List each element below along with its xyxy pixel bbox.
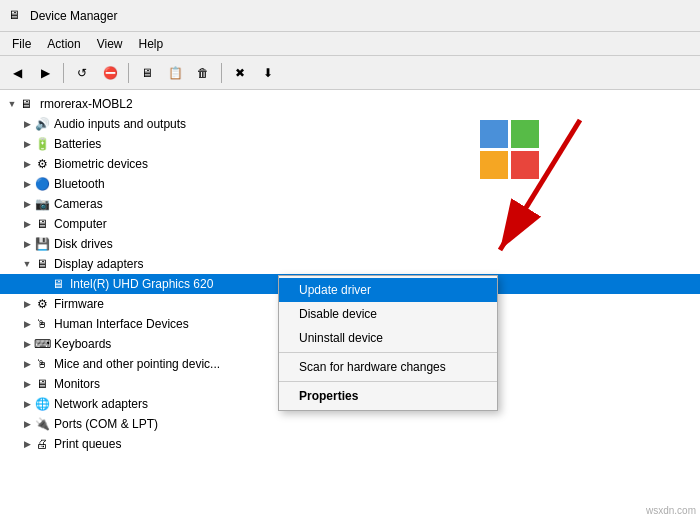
tree-item-label: Biometric devices [54, 157, 148, 171]
tree-item[interactable]: ▶🖨Print queues [0, 434, 700, 454]
tree-toggle[interactable]: ▶ [20, 179, 34, 189]
toolbar-separator [63, 63, 64, 83]
tree-item-icon: 🖥 [50, 277, 66, 291]
tree-item[interactable]: ▶📷Cameras [0, 194, 700, 214]
tree-item-label: Firmware [54, 297, 104, 311]
tree-item[interactable]: ▼🖥Display adapters [0, 254, 700, 274]
toolbar-btn-forward[interactable]: ▶ [32, 60, 58, 86]
menu-item-view[interactable]: View [89, 35, 131, 53]
tree-item-icon: 🌐 [34, 397, 50, 411]
tree-item-root[interactable]: ▼🖥rmorerax-MOBL2 [0, 94, 700, 114]
tree-item-icon: 🖥 [34, 217, 50, 231]
tree-toggle[interactable]: ▶ [20, 379, 34, 389]
tree-item-label: Bluetooth [54, 177, 105, 191]
tree-item-label: Monitors [54, 377, 100, 391]
context-menu-item-disable-device[interactable]: Disable device [279, 302, 497, 326]
tree-item-icon: 🔌 [34, 417, 50, 431]
tree-item-label: Disk drives [54, 237, 113, 251]
toolbar: ◀▶↺⛔🖥📋🗑✖⬇ [0, 56, 700, 90]
toolbar-btn-properties[interactable]: 📋 [162, 60, 188, 86]
tree-item-icon: 💾 [34, 237, 50, 251]
tree-toggle[interactable]: ▶ [20, 159, 34, 169]
context-menu-separator [279, 381, 497, 382]
tree-item-label: Keyboards [54, 337, 111, 351]
window-title: Device Manager [30, 9, 117, 23]
toolbar-separator [128, 63, 129, 83]
context-menu-item-uninstall-device[interactable]: Uninstall device [279, 326, 497, 350]
context-menu-item-update-driver[interactable]: Update driver [279, 278, 497, 302]
toolbar-separator [221, 63, 222, 83]
tree-item-label: Print queues [54, 437, 121, 451]
menu-item-file[interactable]: File [4, 35, 39, 53]
context-menu-separator [279, 352, 497, 353]
tree-toggle[interactable]: ▶ [20, 319, 34, 329]
tree-item-label: Ports (COM & LPT) [54, 417, 158, 431]
tree-item[interactable]: ▶🔌Ports (COM & LPT) [0, 414, 700, 434]
tree-item-icon: 🖱 [34, 357, 50, 371]
tree-toggle[interactable]: ▶ [20, 119, 34, 129]
toolbar-btn-delete-red[interactable]: ✖ [227, 60, 253, 86]
tree-item-label: Display adapters [54, 257, 143, 271]
toolbar-btn-uninstall[interactable]: 🗑 [190, 60, 216, 86]
tree-toggle[interactable]: ▶ [20, 439, 34, 449]
tree-toggle[interactable]: ▶ [20, 219, 34, 229]
tree-item-icon: ⚙ [34, 297, 50, 311]
tree-toggle[interactable]: ▶ [20, 199, 34, 209]
tree-toggle[interactable]: ▼ [20, 259, 34, 269]
tree-item-label: Computer [54, 217, 107, 231]
win-logo-bl [480, 151, 508, 179]
tree-item[interactable]: ▶⚙Biometric devices [0, 154, 700, 174]
tree-item-icon: ⚙ [34, 157, 50, 171]
tree-item[interactable]: ▶🔋Batteries [0, 134, 700, 154]
tree-item-icon: 🖥 [34, 377, 50, 391]
tree-item-label: Batteries [54, 137, 101, 151]
tree-item-label: Mice and other pointing devic... [54, 357, 220, 371]
tree-item[interactable]: ▶🔵Bluetooth [0, 174, 700, 194]
tree-item-icon: 🖱 [34, 317, 50, 331]
tree-item-icon: 🔵 [34, 177, 50, 191]
title-bar: 🖥 Device Manager [0, 0, 700, 32]
menu-item-action[interactable]: Action [39, 35, 88, 53]
tree-item-icon: 📷 [34, 197, 50, 211]
context-menu-item-scan-for-hardware-changes[interactable]: Scan for hardware changes [279, 355, 497, 379]
context-menu: Update driverDisable deviceUninstall dev… [278, 275, 498, 411]
toolbar-btn-back[interactable]: ◀ [4, 60, 30, 86]
tree-item-label: Network adapters [54, 397, 148, 411]
tree-item-label: Audio inputs and outputs [54, 117, 186, 131]
tree-item-label: Human Interface Devices [54, 317, 189, 331]
tree-item[interactable]: ▶🔊Audio inputs and outputs [0, 114, 700, 134]
tree-toggle[interactable]: ▶ [20, 419, 34, 429]
tree-item-icon: 🖥 [34, 257, 50, 271]
win-logo-br [511, 151, 539, 179]
main-content: ▼🖥rmorerax-MOBL2▶🔊Audio inputs and outpu… [0, 90, 700, 518]
watermark: wsxdn.com [646, 505, 696, 516]
win-logo-tr [511, 120, 539, 148]
tree-toggle[interactable]: ▶ [20, 339, 34, 349]
tree-toggle[interactable]: ▶ [20, 239, 34, 249]
tree-item-icon: ⌨ [34, 337, 50, 351]
tree-toggle[interactable]: ▶ [20, 139, 34, 149]
menu-bar: FileActionViewHelp [0, 32, 700, 56]
tree-toggle[interactable]: ▶ [20, 299, 34, 309]
tree-item-icon: 🖨 [34, 437, 50, 451]
tree-item-label: Cameras [54, 197, 103, 211]
menu-item-help[interactable]: Help [131, 35, 172, 53]
tree-toggle[interactable]: ▶ [20, 399, 34, 409]
toolbar-btn-stop[interactable]: ⛔ [97, 60, 123, 86]
tree-item[interactable]: ▶🖥Computer [0, 214, 700, 234]
toolbar-btn-computer[interactable]: 🖥 [134, 60, 160, 86]
tree-item-icon: 🔊 [34, 117, 50, 131]
toolbar-btn-update[interactable]: ⬇ [255, 60, 281, 86]
context-menu-item-properties[interactable]: Properties [279, 384, 497, 408]
windows-logo [480, 120, 540, 180]
tree-item[interactable]: ▶💾Disk drives [0, 234, 700, 254]
tree-item-icon: 🔋 [34, 137, 50, 151]
tree-toggle[interactable]: ▶ [20, 359, 34, 369]
tree-item-label: Intel(R) UHD Graphics 620 [70, 277, 213, 291]
app-icon: 🖥 [8, 8, 24, 24]
win-logo-tl [480, 120, 508, 148]
toolbar-btn-refresh[interactable]: ↺ [69, 60, 95, 86]
